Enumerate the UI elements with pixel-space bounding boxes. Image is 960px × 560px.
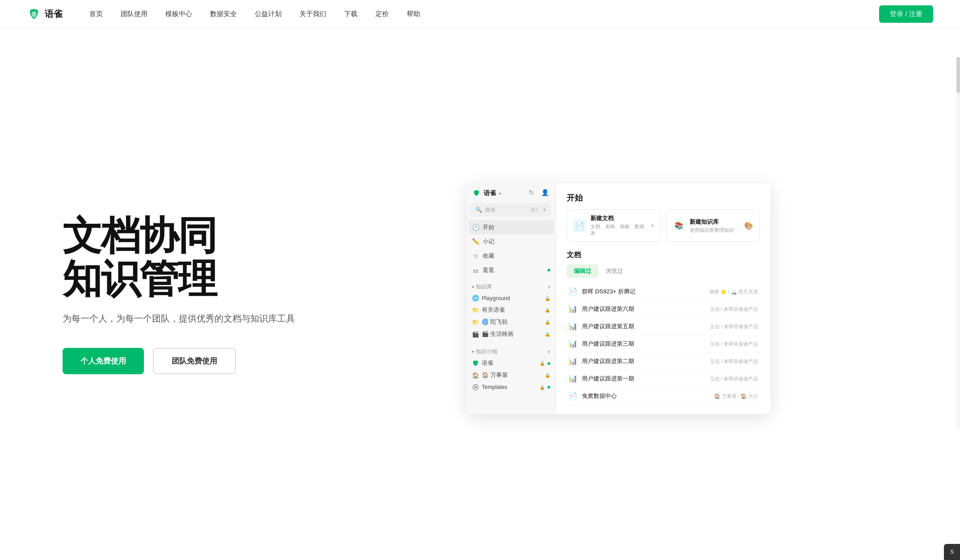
sidebar-item-templates[interactable]: Templates 🔒 xyxy=(468,381,554,393)
doc-icon-2: 📊 xyxy=(568,322,577,331)
doc-item-meta-5: 玉伯 / 来帮语雀做产品 xyxy=(710,376,758,382)
nav-home[interactable]: 首页 xyxy=(89,10,103,18)
hero-subtitle: 为每一个人，为每一个团队，提供优秀的文档与知识库工具 xyxy=(63,311,322,326)
doc-item-1[interactable]: 📊 用户建议跟进第六期 玉伯 / 来帮语雀做产品 xyxy=(567,301,760,318)
star-icon: ☆ xyxy=(472,252,479,259)
new-kb-card[interactable]: 📚 新建知识库 使用知识库整理知识 🎨 xyxy=(666,209,760,242)
sidebar-brand-name: 语雀 xyxy=(484,189,496,197)
refresh-icon[interactable]: ↻ xyxy=(529,189,538,198)
nav-pricing[interactable]: 定价 xyxy=(375,10,389,18)
chevron-down-icon: ▾ xyxy=(499,191,501,196)
doc-item-meta-6: 🏠 万事屋 / 🏠 大计 xyxy=(714,393,758,400)
navbar: 语雀 首页 团队使用 模板中心 数据安全 公益计划 关于我们 下载 定价 帮助 … xyxy=(0,0,960,29)
sidebar-item-yuque[interactable]: 语雀 🔒 xyxy=(468,357,554,369)
sidebar: 语雀 ▾ ↻ 👤 🔍 搜索 ⌘J + 🕐 xyxy=(467,184,556,414)
nav-download[interactable]: 下载 xyxy=(344,10,358,18)
doc-tabs: 编辑过 浏览过 xyxy=(567,264,760,278)
sidebar-item-playground-label: Playground xyxy=(482,295,542,301)
lock-icon-6: 🔒 xyxy=(545,373,550,378)
doc-item-0[interactable]: 📄 群晖 DS923+ 折腾记 湘雅 🌟 / 🏔️ 咫尺天涯 xyxy=(567,283,760,301)
doc-item-5[interactable]: 📊 用户建议跟进第一期 玉伯 / 来帮语雀做产品 xyxy=(567,370,760,388)
clock-icon: 🕐 xyxy=(472,224,479,231)
search-placeholder: 搜索 xyxy=(485,206,528,214)
nav-about[interactable]: 关于我们 xyxy=(299,10,326,18)
kb-more-icon[interactable]: › xyxy=(548,283,550,291)
add-icon[interactable]: + xyxy=(543,206,547,214)
sidebar-actions: ↻ 👤 xyxy=(529,189,550,198)
wanshu-icon: 🏠 xyxy=(472,372,479,379)
doc-icon-4: 📊 xyxy=(568,357,577,366)
doc-icon-3: 📊 xyxy=(568,339,577,348)
lock-icon-3: 🔒 xyxy=(545,320,550,325)
sidebar-nav-explore[interactable]: ⚏ 逛逛 xyxy=(468,263,554,277)
personal-free-button[interactable]: 个人免费使用 xyxy=(63,348,144,374)
kb-section-header[interactable]: ▾ 知识库 › xyxy=(468,281,554,293)
sidebar-item-gyroscope-label: 🌀 陀飞轮 xyxy=(482,318,542,326)
doc-item-meta-3: 玉伯 / 来帮语雀做产品 xyxy=(710,341,758,347)
sidebar-item-about[interactable]: 📁 有关语雀 🔒 xyxy=(468,304,554,316)
sidebar-item-gyroscope[interactable]: 📁 🌀 陀飞轮 🔒 xyxy=(468,316,554,328)
doc-item-meta-4: 玉伯 / 来帮语雀做产品 xyxy=(710,358,758,365)
svg-point-1 xyxy=(475,386,477,389)
new-doc-title: 新建文档 xyxy=(590,214,647,222)
sidebar-logo-icon xyxy=(472,189,481,198)
scrollbar-track xyxy=(956,57,960,428)
sidebar-item-about-label: 有关语雀 xyxy=(482,306,542,314)
nav-links: 首页 团队使用 模板中心 数据安全 公益计划 关于我们 下载 定价 帮助 xyxy=(89,10,879,18)
sidebar-brand[interactable]: 语雀 ▾ xyxy=(472,189,501,198)
nav-security[interactable]: 数据安全 xyxy=(210,10,237,18)
sidebar-nav-favorites[interactable]: ☆ 收藏 xyxy=(468,249,554,263)
lock-icon-2: 🔒 xyxy=(545,308,550,313)
hero-title: 文档协同 知识管理 xyxy=(63,214,322,301)
team-free-button[interactable]: 团队免费使用 xyxy=(153,348,236,374)
doc-item-6[interactable]: 📄 免窝数据中心 🏠 万事屋 / 🏠 大计 xyxy=(567,388,760,405)
doc-icon-0: 📄 xyxy=(568,287,577,296)
bottom-bar[interactable]: S xyxy=(944,544,960,560)
group-more-icon[interactable]: › xyxy=(548,347,550,355)
sidebar-item-wanshu[interactable]: 🏠 🏠 万事屋 🔒 xyxy=(468,369,554,381)
pencil-icon: ✏️ xyxy=(472,238,479,245)
tab-browsed[interactable]: 浏览过 xyxy=(598,264,630,278)
hero-right: 语雀 ▾ ↻ 👤 🔍 搜索 ⌘J + 🕐 xyxy=(322,175,915,414)
sidebar-nav-notes-label: 小记 xyxy=(483,238,494,246)
hero-left: 文档协同 知识管理 为每一个人，为每一个团队，提供优秀的文档与知识库工具 个人免… xyxy=(63,214,322,375)
doc-item-name-1: 用户建议跟进第六期 xyxy=(582,305,705,313)
nav-charity[interactable]: 公益计划 xyxy=(255,10,282,18)
doc-item-3[interactable]: 📊 用户建议跟进第三期 玉伯 / 来帮语雀做产品 xyxy=(567,335,760,353)
movies-icon: 🎬 xyxy=(472,331,479,338)
sidebar-item-playground[interactable]: 🌐 Playground 🔒 xyxy=(468,293,554,304)
doc-item-name-6: 免窝数据中心 xyxy=(582,392,710,400)
doc-chevron-icon: ▾ xyxy=(651,222,654,229)
sidebar-nav: 🕐 开始 ✏️ 小记 ☆ 收藏 ⚏ 逛逛 xyxy=(467,220,556,277)
tab-edited[interactable]: 编辑过 xyxy=(567,264,598,278)
nav-templates[interactable]: 模板中心 xyxy=(165,10,192,18)
group-section-header[interactable]: ▾ 知识小组 › xyxy=(468,346,554,357)
sidebar-nav-start[interactable]: 🕐 开始 xyxy=(468,220,554,234)
lock-icon-4: 🔒 xyxy=(545,332,550,337)
doc-item-name-2: 用户建议跟进第五期 xyxy=(582,322,705,330)
avatar-icon[interactable]: 👤 xyxy=(541,189,550,198)
scrollbar-thumb[interactable] xyxy=(956,57,960,93)
app-mockup: 语雀 ▾ ↻ 👤 🔍 搜索 ⌘J + 🕐 xyxy=(467,184,771,414)
sidebar-nav-notes[interactable]: ✏️ 小记 xyxy=(468,234,554,249)
sidebar-nav-favorites-label: 收藏 xyxy=(483,252,494,260)
nav-team[interactable]: 团队使用 xyxy=(121,10,147,18)
new-doc-card[interactable]: 📄 新建文档 文档、表格、画板、数据表 ▾ xyxy=(567,209,661,242)
sidebar-item-yuque-label: 语雀 xyxy=(482,359,537,367)
nav-help[interactable]: 帮助 xyxy=(407,10,420,18)
login-button[interactable]: 登录 / 注册 xyxy=(879,5,933,23)
sidebar-nav-explore-label: 逛逛 xyxy=(483,266,494,274)
doc-item-4[interactable]: 📊 用户建议跟进第二期 玉伯 / 来帮语雀做产品 xyxy=(567,353,760,370)
doc-item-2[interactable]: 📊 用户建议跟进第五期 玉伯 / 来帮语雀做产品 xyxy=(567,318,760,335)
explore-dot xyxy=(547,269,550,272)
sidebar-item-movies[interactable]: 🎬 🎬 生活映画 🔒 xyxy=(468,328,554,340)
lock-icon-7: 🔒 xyxy=(539,385,545,390)
group-section: ▾ 知识小组 › 语雀 🔒 🏠 xyxy=(467,342,556,395)
new-doc-icon: 📄 xyxy=(573,219,586,232)
sidebar-search[interactable]: 🔍 搜索 ⌘J + xyxy=(471,203,551,217)
kb-section-label: 知识库 xyxy=(476,283,492,291)
group-arrow-icon: ▾ xyxy=(472,349,474,354)
doc-icon-1: 📊 xyxy=(568,305,577,313)
new-doc-info: 新建文档 文档、表格、画板、数据表 xyxy=(590,214,647,237)
logo[interactable]: 语雀 xyxy=(27,7,63,21)
